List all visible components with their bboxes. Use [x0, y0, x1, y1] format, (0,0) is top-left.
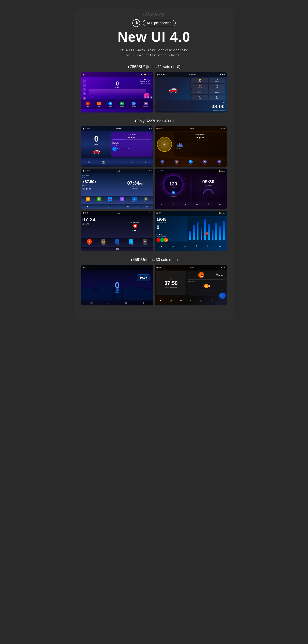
- s10-am: AM: [170, 278, 172, 280]
- grid-8581: ◀ ⊙ ⊟: [81, 265, 227, 306]
- s4-wave-6: [181, 144, 182, 147]
- s4-radio: 📻 Radio: [175, 160, 178, 165]
- s8-app-icons: ▶ ▶ 📻: [156, 238, 186, 242]
- s6-day: Thursday: [206, 186, 211, 188]
- s5-btmusic: ♪ BT Music: [132, 197, 137, 202]
- s1-next: ⏭: [150, 96, 152, 98]
- screen-10: 🏠 ⊟ ⚙ 7:59 AM ♦ ★ ↩ AM 07:59 2023-03-22 …: [155, 265, 227, 306]
- s8-speed: 0: [156, 224, 186, 230]
- s3-music: Enjoy Music ⏮ ▶ ⏭ PM 08:34 04 19 2021: [111, 132, 152, 156]
- s1-ctrl-grid: ⊞: [83, 97, 86, 100]
- s6-speed-unit: km/h: [170, 187, 177, 188]
- s2-video: ▶ Video: [209, 95, 226, 100]
- s3-bt-icon: B: [112, 147, 116, 151]
- s1-ctrl-nav: ➤: [83, 80, 86, 82]
- main-title: New UI 4.0: [81, 29, 227, 45]
- section-8227: ●Only 8227L has 49 UI: [81, 119, 227, 124]
- s2-settings: ⚙ Settings: [209, 78, 226, 83]
- s4-wave-5: [180, 144, 181, 147]
- s5-steering-icon: ⊙: [120, 197, 124, 201]
- s7-navi-icon: ➤: [87, 239, 92, 244]
- s4-video-btn: ▶: [203, 160, 207, 164]
- s9-clock-time: 10:07: [140, 276, 147, 279]
- s4-wave-4: [179, 143, 180, 147]
- s7-apps: ➤ Navi 📻 Radio 📞 BT Call ♪ BT Music: [81, 238, 153, 247]
- s10-radio-panel: 📻 FM ⏮ 108.00 ⏭ Enjoy Music: [187, 271, 226, 295]
- s4-time-val: 06:02: [175, 148, 178, 149]
- s7-music-panel: Enjoy Music ⏺ ⏮ ▶ ⏭: [118, 217, 152, 237]
- s4-wave-7: [182, 145, 183, 147]
- s4-main: 🕕 Enjoy Music ⏮ ▶ ⏭: [155, 131, 227, 158]
- s4-wave-3: [178, 145, 178, 147]
- s2-filemgr: 📁 File M...: [192, 78, 208, 83]
- s2-car-img: 🚗: [168, 85, 178, 94]
- s4-navi-btn: ➤: [160, 160, 164, 164]
- s4-bottom: ➤ Navi 📻 Radio B BT Call ▶: [155, 158, 227, 167]
- s5-freq-row: ◀ 87.50 ▶: [82, 180, 117, 184]
- subtitle-line1: It will work more convenientMake: [81, 48, 227, 53]
- s4-video: ▶ Video: [203, 160, 207, 165]
- s9-speed: 0: [115, 280, 120, 290]
- s8-unit: km/h: [156, 230, 186, 232]
- s7-topbar: 🏠 ⊟ ⊞ ⚙ 19:34 ♦ ★ ↩: [81, 211, 153, 216]
- s9-clock-box: 10:07: [137, 274, 150, 281]
- s7-time: 19:34: [117, 212, 121, 214]
- s8-playstore: ▶: [160, 238, 164, 242]
- screen-6: ◀ ◯ ⊟ ⊞ 📶 🔊 16:23 120 km/h: [155, 168, 227, 209]
- s4-time-display: 06:02 am: [175, 148, 224, 149]
- s9-bldg-7: [144, 290, 153, 300]
- s10-fm-label: FM: [216, 273, 224, 275]
- s3-enjoy: Enjoy Music: [112, 134, 151, 135]
- s5-freq: 87.50: [85, 180, 94, 184]
- s6-music-note: ♪: [185, 177, 186, 180]
- s1-play-controls: ⏮ ▶ ⏭: [143, 96, 153, 99]
- s5-btmusic-icon: ♪: [132, 197, 137, 201]
- s5-time-val: 07:34PM: [127, 180, 142, 186]
- s2-time-display: 8:00 AM: [189, 74, 196, 76]
- s7-enjoy: Enjoy Music: [131, 221, 139, 223]
- s7-main: 07:34 Thursday 2021-10-14 Enjoy Music ⏺ …: [81, 216, 153, 238]
- s3-cam-btn: 📷: [102, 161, 105, 164]
- s6-outer-ring: 120 km/h B: [164, 175, 183, 194]
- s8-time: 19:48: [221, 212, 224, 214]
- s3-bt-status: Device not connected: [117, 148, 128, 150]
- s10-bottom: ➤ ⊞ ⚙ ⠿ 📞 ⚙ ♪: [155, 296, 227, 306]
- s10-fm-info: FM ⏮ 108.00 ⏭: [216, 273, 224, 277]
- s10-bt-status: Device not connected: [188, 290, 224, 291]
- s8-bar-7: [212, 230, 214, 240]
- s10-date: 2023-03-22 Wednesday: [165, 286, 177, 288]
- s7-radio: 📻 Radio: [101, 239, 106, 245]
- main-container: Uckazy ① Multiple choices New UI 4.0 It …: [73, 8, 235, 320]
- s1-road: [88, 90, 146, 96]
- grid-7862: 🏠 ★ ✦ 📶 11:55 ↩ ➤ ✦ ⠿ ⚙ ⊞ 0 KM/h: [81, 72, 227, 112]
- s2-clock: AM 08:00 2023-03-22 Wednes..: [155, 101, 227, 111]
- s1-ctrl-set: ⚙: [83, 92, 86, 96]
- s4-wave-2: [177, 144, 178, 147]
- section-8581: ●8581U(It has 30 sets of ul): [81, 258, 227, 262]
- s10-play-btn: ▶: [204, 284, 209, 288]
- s4-wave-1: [176, 145, 176, 147]
- s4-topbar: 🏠 ⊟ ⊞ ⚙ 06:02 ♦ ★ ↩: [155, 126, 227, 131]
- s1-carletter: C CarLetter: [132, 102, 136, 107]
- s1-time: 11:55: [146, 74, 150, 75]
- s5-enjoy: Enjoy Music: [82, 174, 117, 176]
- s5-main: Enjoy Music FM ◀ 87.50 ▶ MHz ⏮ ▶ ⏭: [81, 174, 153, 196]
- s9-bg: 0 10:07 👤: [81, 270, 153, 301]
- s4-apps-btn: ⊞: [217, 160, 221, 164]
- header-section: ① Multiple choices New UI 4.0 It will wo…: [81, 19, 227, 58]
- s3-phone-btn: 📞: [130, 161, 134, 164]
- badge-label: Multiple choices: [143, 20, 176, 26]
- s8-car: 🚗: [204, 230, 210, 236]
- s5-topbar: 🏠 ⊟ ⊞ ⚙ 19:34 ♦ ★ ↩: [81, 168, 153, 174]
- s1-music: ♪ Music: [97, 102, 101, 107]
- section-7862: ●7862SU1(It has 11 sets of UI): [81, 64, 227, 69]
- s7-play-row: ⏮ ▶ ⏭: [131, 229, 139, 232]
- s7-btcall-icon: 📞: [115, 239, 119, 244]
- s3-music-btn: ♪: [145, 161, 146, 164]
- s3-speed-val: 0: [94, 134, 98, 144]
- s1-radio: 📻 Radio: [86, 102, 90, 107]
- s1-music-icon: ♪: [97, 102, 101, 106]
- s7-radio-icon: 📻: [101, 239, 106, 244]
- s5-carinfo: 🚗 Car Info: [108, 197, 112, 202]
- screen-2: 🏠 ⊟ ⊞ ⚙ 8:00 AM ♦ ★ ↩ 🚗 📁 File M...: [155, 72, 227, 112]
